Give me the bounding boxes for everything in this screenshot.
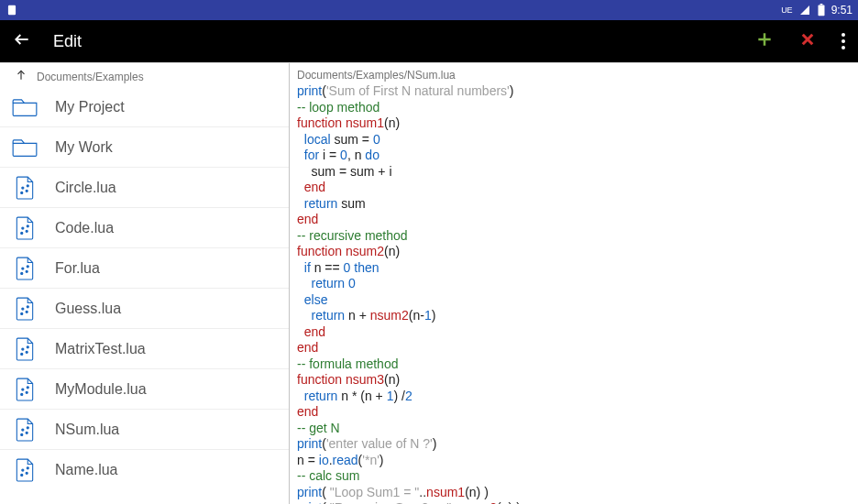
file-item[interactable]: Circle.lua [0,168,289,208]
svg-point-29 [21,433,23,435]
file-item[interactable]: NSum.lua [0,410,289,450]
file-item[interactable]: MatrixTest.lua [0,329,289,369]
network-type-label: UE [781,6,793,15]
breadcrumb-path: Documents/Examples [37,71,144,83]
action-bar: Edit [0,20,858,62]
svg-point-8 [26,230,28,232]
lua-file-icon [11,337,38,361]
lua-file-icon [11,418,38,442]
lua-file-icon [11,378,38,401]
svg-point-16 [26,311,28,312]
code-area[interactable]: print('Sum of First N natural numbers')-… [290,83,858,504]
file-item-label: Code.lua [55,220,114,236]
svg-rect-0 [8,5,16,16]
file-item-label: MatrixTest.lua [55,341,146,357]
notification-icon [6,4,18,16]
file-item[interactable]: Guess.lua [0,289,289,329]
file-item-label: Guess.lua [55,301,121,317]
file-item-label: NSum.lua [55,422,119,438]
folder-icon [11,97,38,117]
file-item-label: Name.lua [55,462,117,478]
file-item[interactable]: MyModule.lua [0,369,289,410]
breadcrumb: Documents/Examples [0,63,289,87]
file-item-label: For.lua [55,260,100,277]
svg-point-31 [22,469,24,471]
file-item[interactable]: Name.lua [0,450,289,490]
file-item-label: MyModule.lua [55,381,147,398]
lua-file-icon [11,297,38,321]
svg-point-20 [26,351,28,353]
main-content: Documents/Examples My Project My Work Ci… [0,62,858,504]
svg-point-15 [22,307,24,309]
svg-point-33 [21,474,23,476]
svg-point-12 [26,270,28,272]
svg-point-5 [21,192,23,193]
svg-point-23 [22,388,24,389]
folder-item[interactable]: My Project [0,87,289,127]
file-browser-panel: Documents/Examples My Project My Work Ci… [0,63,290,504]
overflow-menu-icon[interactable] [842,33,845,49]
svg-point-18 [27,305,28,307]
add-icon[interactable] [755,28,774,54]
file-item[interactable]: For.lua [0,248,289,289]
screen-title: Edit [53,32,82,51]
lua-file-icon [11,216,38,240]
svg-point-30 [27,426,28,428]
svg-point-25 [21,393,23,395]
back-arrow-icon[interactable] [13,30,31,53]
svg-point-22 [27,345,28,347]
signal-icon [798,5,811,16]
file-item-label: My Project [55,99,125,115]
svg-point-34 [27,467,28,469]
svg-point-24 [26,391,28,393]
file-item-label: My Work [55,139,113,156]
svg-point-14 [27,265,28,267]
status-bar: UE 9:51 [0,0,858,20]
battery-icon [817,4,826,16]
open-file-path: Documents/Examples/NSum.lua [290,63,858,83]
svg-point-11 [22,267,24,268]
clock-label: 9:51 [831,4,852,16]
svg-rect-1 [818,5,824,16]
svg-point-27 [22,428,24,430]
close-icon[interactable] [799,31,816,52]
svg-point-6 [27,184,28,186]
lua-file-icon [11,458,38,482]
lua-file-icon [11,257,38,280]
folder-icon [11,137,38,158]
svg-point-9 [21,232,23,234]
folder-item[interactable]: My Work [0,127,289,168]
svg-point-13 [21,272,23,274]
code-viewer-panel: Documents/Examples/NSum.lua print('Sum o… [290,63,858,504]
svg-point-26 [27,386,28,388]
svg-point-3 [22,186,24,188]
svg-point-4 [26,190,28,192]
svg-point-21 [21,353,23,355]
up-arrow-icon[interactable] [15,69,28,85]
svg-point-7 [22,226,24,228]
lua-file-icon [11,176,38,200]
svg-point-32 [26,472,28,474]
svg-rect-2 [820,4,822,5]
svg-point-10 [27,225,28,226]
svg-point-19 [22,347,24,349]
file-list: My Project My Work Circle.lua Code.lua F… [0,87,289,490]
file-item[interactable]: Code.lua [0,208,289,248]
svg-point-17 [21,312,23,314]
file-item-label: Circle.lua [55,180,116,196]
svg-point-28 [26,432,28,433]
